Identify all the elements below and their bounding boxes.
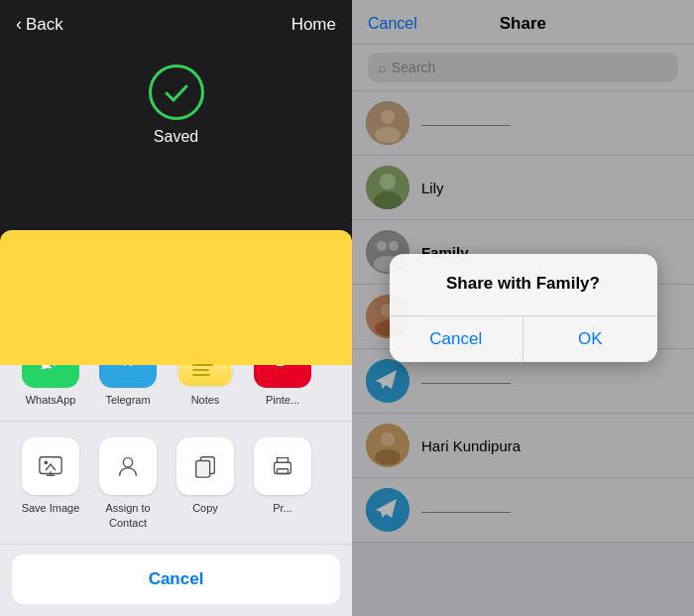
pinterest-label: Pinte...: [266, 394, 299, 407]
action-save-image[interactable]: Save Image: [12, 437, 89, 530]
svg-point-8: [123, 458, 132, 467]
right-panel: Cancel Share ⌕ Search ——————: [352, 0, 694, 616]
copy-svg: [192, 453, 218, 479]
save-image-icon: [22, 437, 79, 495]
notes-line-3: [192, 374, 210, 376]
top-bar: ‹ Back Home: [0, 0, 352, 45]
app-item-notes[interactable]: Notes: [167, 330, 244, 407]
print-icon: [254, 437, 311, 495]
back-button[interactable]: ‹ Back: [16, 14, 63, 35]
print-label: Pr...: [273, 501, 292, 515]
back-label: Back: [26, 15, 63, 35]
action-assign-contact[interactable]: Assign to Contact: [89, 437, 167, 530]
saved-label: Saved: [154, 128, 198, 146]
action-print[interactable]: Pr...: [244, 437, 321, 530]
checkmark-icon: [162, 77, 191, 107]
telegram-label: Telegram: [105, 394, 150, 407]
notes-label: Notes: [191, 394, 220, 407]
notes-line-2: [192, 369, 209, 371]
back-chevron-icon: ‹: [16, 14, 22, 35]
assign-contact-icon: [99, 437, 157, 495]
share-dialog: Share with Family? Cancel OK: [390, 254, 657, 362]
home-label: Home: [291, 15, 336, 34]
cancel-label: Cancel: [149, 569, 204, 588]
action-copy[interactable]: Copy: [167, 437, 244, 530]
dialog-title: Share with Family?: [409, 274, 637, 294]
svg-rect-10: [196, 461, 210, 478]
notes-icon-inner: [177, 331, 233, 387]
dialog-cancel-button[interactable]: Cancel: [390, 316, 524, 362]
assign-contact-svg: [115, 453, 141, 479]
saved-area: Saved: [0, 45, 352, 166]
action-row: Save Image Assign to Contact: [0, 422, 352, 545]
print-svg: [270, 453, 295, 479]
app-icons-row: WhatsApp Telegram: [0, 314, 352, 422]
dialog-actions: Cancel OK: [390, 315, 657, 362]
dialog-content: Share with Family?: [390, 254, 657, 315]
svg-rect-12: [277, 469, 288, 474]
checkmark-circle: [149, 64, 204, 120]
save-image-svg: [38, 453, 63, 479]
svg-point-7: [45, 461, 49, 465]
share-sheet: AirDrop. Tap to turn on Wi-Fi and Blueto…: [0, 230, 352, 616]
sheet-cancel-button[interactable]: Cancel: [12, 554, 340, 604]
whatsapp-label: WhatsApp: [26, 394, 76, 407]
assign-contact-label: Assign to Contact: [89, 501, 167, 530]
left-panel: ‹ Back Home Saved AirDrop.: [0, 0, 352, 616]
home-button[interactable]: Home: [291, 15, 336, 35]
notes-icon: [176, 330, 234, 388]
notes-line-1: [192, 364, 213, 366]
dialog-ok-button[interactable]: OK: [523, 316, 657, 362]
dialog-overlay: Share with Family? Cancel OK: [352, 0, 694, 616]
save-image-label: Save Image: [22, 501, 80, 515]
copy-label: Copy: [192, 501, 218, 515]
copy-icon: [176, 437, 234, 495]
